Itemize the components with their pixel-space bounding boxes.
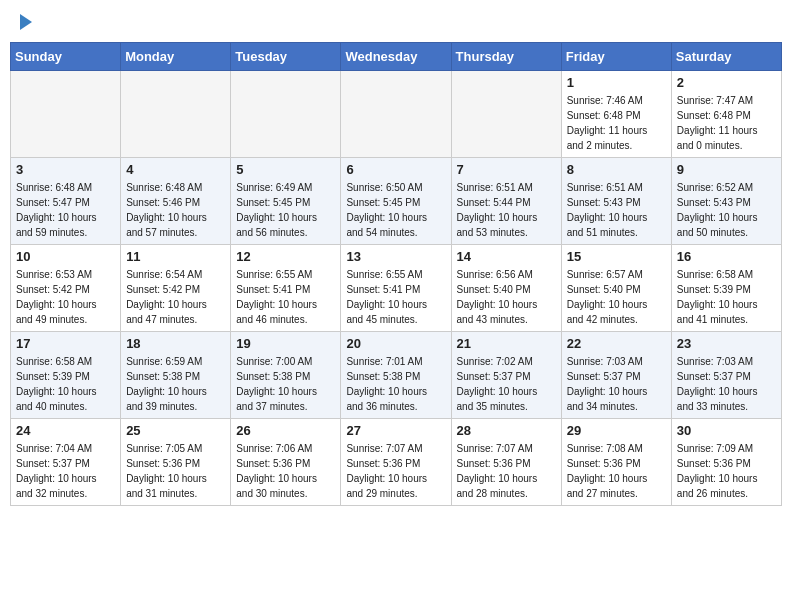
day-info: Sunrise: 7:09 AM Sunset: 5:36 PM Dayligh… [677, 441, 776, 501]
calendar-cell: 16Sunrise: 6:58 AM Sunset: 5:39 PM Dayli… [671, 245, 781, 332]
day-info: Sunrise: 7:07 AM Sunset: 5:36 PM Dayligh… [457, 441, 556, 501]
day-number: 3 [16, 162, 115, 177]
calendar-cell: 12Sunrise: 6:55 AM Sunset: 5:41 PM Dayli… [231, 245, 341, 332]
calendar-cell: 25Sunrise: 7:05 AM Sunset: 5:36 PM Dayli… [121, 419, 231, 506]
logo-arrow-icon [20, 14, 32, 30]
calendar-cell: 2Sunrise: 7:47 AM Sunset: 6:48 PM Daylig… [671, 71, 781, 158]
calendar-cell [341, 71, 451, 158]
calendar-cell: 29Sunrise: 7:08 AM Sunset: 5:36 PM Dayli… [561, 419, 671, 506]
weekday-header-row: SundayMondayTuesdayWednesdayThursdayFrid… [11, 43, 782, 71]
day-info: Sunrise: 6:53 AM Sunset: 5:42 PM Dayligh… [16, 267, 115, 327]
day-number: 27 [346, 423, 445, 438]
weekday-header-tuesday: Tuesday [231, 43, 341, 71]
day-number: 23 [677, 336, 776, 351]
day-number: 2 [677, 75, 776, 90]
calendar-cell: 9Sunrise: 6:52 AM Sunset: 5:43 PM Daylig… [671, 158, 781, 245]
calendar-cell: 5Sunrise: 6:49 AM Sunset: 5:45 PM Daylig… [231, 158, 341, 245]
day-info: Sunrise: 7:00 AM Sunset: 5:38 PM Dayligh… [236, 354, 335, 414]
logo [18, 14, 32, 30]
day-number: 1 [567, 75, 666, 90]
day-info: Sunrise: 7:05 AM Sunset: 5:36 PM Dayligh… [126, 441, 225, 501]
calendar-table: SundayMondayTuesdayWednesdayThursdayFrid… [10, 42, 782, 506]
day-number: 12 [236, 249, 335, 264]
calendar-cell: 23Sunrise: 7:03 AM Sunset: 5:37 PM Dayli… [671, 332, 781, 419]
day-info: Sunrise: 6:59 AM Sunset: 5:38 PM Dayligh… [126, 354, 225, 414]
weekday-header-wednesday: Wednesday [341, 43, 451, 71]
day-number: 14 [457, 249, 556, 264]
day-info: Sunrise: 6:55 AM Sunset: 5:41 PM Dayligh… [236, 267, 335, 327]
day-number: 5 [236, 162, 335, 177]
day-info: Sunrise: 7:47 AM Sunset: 6:48 PM Dayligh… [677, 93, 776, 153]
calendar-cell: 15Sunrise: 6:57 AM Sunset: 5:40 PM Dayli… [561, 245, 671, 332]
day-number: 22 [567, 336, 666, 351]
day-info: Sunrise: 6:48 AM Sunset: 5:47 PM Dayligh… [16, 180, 115, 240]
day-info: Sunrise: 6:50 AM Sunset: 5:45 PM Dayligh… [346, 180, 445, 240]
calendar-cell: 11Sunrise: 6:54 AM Sunset: 5:42 PM Dayli… [121, 245, 231, 332]
calendar-cell: 1Sunrise: 7:46 AM Sunset: 6:48 PM Daylig… [561, 71, 671, 158]
calendar-cell: 3Sunrise: 6:48 AM Sunset: 5:47 PM Daylig… [11, 158, 121, 245]
week-row-2: 3Sunrise: 6:48 AM Sunset: 5:47 PM Daylig… [11, 158, 782, 245]
day-info: Sunrise: 7:46 AM Sunset: 6:48 PM Dayligh… [567, 93, 666, 153]
calendar-cell: 10Sunrise: 6:53 AM Sunset: 5:42 PM Dayli… [11, 245, 121, 332]
day-number: 9 [677, 162, 776, 177]
day-info: Sunrise: 6:52 AM Sunset: 5:43 PM Dayligh… [677, 180, 776, 240]
day-info: Sunrise: 7:04 AM Sunset: 5:37 PM Dayligh… [16, 441, 115, 501]
day-number: 29 [567, 423, 666, 438]
day-info: Sunrise: 6:51 AM Sunset: 5:44 PM Dayligh… [457, 180, 556, 240]
day-number: 18 [126, 336, 225, 351]
weekday-header-sunday: Sunday [11, 43, 121, 71]
day-info: Sunrise: 6:58 AM Sunset: 5:39 PM Dayligh… [677, 267, 776, 327]
week-row-3: 10Sunrise: 6:53 AM Sunset: 5:42 PM Dayli… [11, 245, 782, 332]
weekday-header-friday: Friday [561, 43, 671, 71]
calendar-cell [11, 71, 121, 158]
day-number: 25 [126, 423, 225, 438]
weekday-header-saturday: Saturday [671, 43, 781, 71]
day-number: 17 [16, 336, 115, 351]
day-info: Sunrise: 6:49 AM Sunset: 5:45 PM Dayligh… [236, 180, 335, 240]
day-number: 13 [346, 249, 445, 264]
day-info: Sunrise: 7:03 AM Sunset: 5:37 PM Dayligh… [677, 354, 776, 414]
calendar-cell: 20Sunrise: 7:01 AM Sunset: 5:38 PM Dayli… [341, 332, 451, 419]
calendar-cell: 27Sunrise: 7:07 AM Sunset: 5:36 PM Dayli… [341, 419, 451, 506]
weekday-header-thursday: Thursday [451, 43, 561, 71]
page-header [10, 10, 782, 34]
day-number: 10 [16, 249, 115, 264]
calendar-cell: 22Sunrise: 7:03 AM Sunset: 5:37 PM Dayli… [561, 332, 671, 419]
day-number: 6 [346, 162, 445, 177]
calendar-cell: 17Sunrise: 6:58 AM Sunset: 5:39 PM Dayli… [11, 332, 121, 419]
day-number: 11 [126, 249, 225, 264]
calendar-cell: 18Sunrise: 6:59 AM Sunset: 5:38 PM Dayli… [121, 332, 231, 419]
day-number: 26 [236, 423, 335, 438]
calendar-cell: 13Sunrise: 6:55 AM Sunset: 5:41 PM Dayli… [341, 245, 451, 332]
calendar-cell: 21Sunrise: 7:02 AM Sunset: 5:37 PM Dayli… [451, 332, 561, 419]
week-row-4: 17Sunrise: 6:58 AM Sunset: 5:39 PM Dayli… [11, 332, 782, 419]
day-info: Sunrise: 7:06 AM Sunset: 5:36 PM Dayligh… [236, 441, 335, 501]
calendar-cell: 6Sunrise: 6:50 AM Sunset: 5:45 PM Daylig… [341, 158, 451, 245]
day-number: 16 [677, 249, 776, 264]
calendar-cell: 30Sunrise: 7:09 AM Sunset: 5:36 PM Dayli… [671, 419, 781, 506]
calendar-cell: 26Sunrise: 7:06 AM Sunset: 5:36 PM Dayli… [231, 419, 341, 506]
week-row-1: 1Sunrise: 7:46 AM Sunset: 6:48 PM Daylig… [11, 71, 782, 158]
day-info: Sunrise: 6:54 AM Sunset: 5:42 PM Dayligh… [126, 267, 225, 327]
calendar-cell: 24Sunrise: 7:04 AM Sunset: 5:37 PM Dayli… [11, 419, 121, 506]
calendar-cell [231, 71, 341, 158]
day-info: Sunrise: 7:07 AM Sunset: 5:36 PM Dayligh… [346, 441, 445, 501]
calendar-cell: 28Sunrise: 7:07 AM Sunset: 5:36 PM Dayli… [451, 419, 561, 506]
day-info: Sunrise: 7:03 AM Sunset: 5:37 PM Dayligh… [567, 354, 666, 414]
day-info: Sunrise: 7:08 AM Sunset: 5:36 PM Dayligh… [567, 441, 666, 501]
day-number: 7 [457, 162, 556, 177]
day-info: Sunrise: 6:55 AM Sunset: 5:41 PM Dayligh… [346, 267, 445, 327]
day-info: Sunrise: 7:01 AM Sunset: 5:38 PM Dayligh… [346, 354, 445, 414]
calendar-cell [121, 71, 231, 158]
day-number: 28 [457, 423, 556, 438]
day-info: Sunrise: 6:48 AM Sunset: 5:46 PM Dayligh… [126, 180, 225, 240]
day-number: 20 [346, 336, 445, 351]
calendar-cell: 19Sunrise: 7:00 AM Sunset: 5:38 PM Dayli… [231, 332, 341, 419]
day-info: Sunrise: 6:56 AM Sunset: 5:40 PM Dayligh… [457, 267, 556, 327]
day-info: Sunrise: 6:51 AM Sunset: 5:43 PM Dayligh… [567, 180, 666, 240]
day-info: Sunrise: 6:58 AM Sunset: 5:39 PM Dayligh… [16, 354, 115, 414]
day-number: 4 [126, 162, 225, 177]
day-number: 19 [236, 336, 335, 351]
calendar-cell [451, 71, 561, 158]
day-number: 30 [677, 423, 776, 438]
